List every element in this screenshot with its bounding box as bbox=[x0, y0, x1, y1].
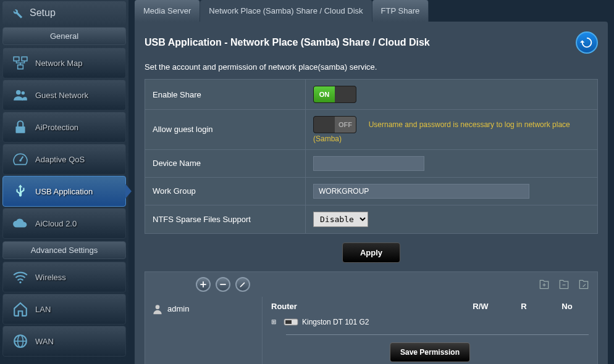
device-name-input[interactable] bbox=[313, 156, 424, 171]
nav-label: USB Application bbox=[35, 187, 93, 196]
page-description: Set the account and permission of networ… bbox=[145, 62, 598, 72]
user-permission-panel: admin Router R/W R No ⊞ bbox=[145, 271, 598, 364]
gauge-icon bbox=[12, 151, 29, 168]
svg-rect-0 bbox=[14, 57, 19, 61]
tab-bar: Media Server Network Place (Samba) Share… bbox=[135, 0, 608, 22]
svg-point-8 bbox=[19, 281, 21, 283]
user-toolbar bbox=[145, 272, 597, 297]
sidebar-item-usb-application[interactable]: USB Application bbox=[2, 176, 126, 207]
user-item-admin[interactable]: admin bbox=[151, 303, 256, 315]
sidebar-item-aiprotection[interactable]: AiProtection bbox=[2, 112, 126, 143]
advanced-section-header: Advanced Settings bbox=[2, 241, 126, 259]
work-group-label: Work Group bbox=[145, 177, 306, 205]
nav-label: Adaptive QoS bbox=[35, 155, 85, 164]
folder-minus-icon bbox=[558, 278, 570, 291]
guest-network-icon bbox=[12, 86, 29, 104]
minus-icon bbox=[219, 280, 227, 289]
ntfs-sparse-select[interactable]: Disable bbox=[313, 212, 368, 227]
remove-user-button[interactable] bbox=[216, 277, 230, 292]
svg-point-3 bbox=[16, 90, 21, 95]
allow-guest-toggle[interactable]: OFF bbox=[313, 116, 356, 133]
plus-icon bbox=[199, 280, 208, 289]
nav-label: Network Map bbox=[35, 59, 83, 68]
sidebar-item-network-map[interactable]: Network Map bbox=[2, 48, 126, 78]
apply-button[interactable]: Apply bbox=[342, 242, 400, 263]
main-content: Media Server Network Place (Samba) Share… bbox=[128, 0, 614, 364]
edit-user-button[interactable] bbox=[235, 277, 250, 292]
svg-rect-14 bbox=[285, 320, 292, 324]
user-icon bbox=[151, 303, 164, 315]
svg-point-4 bbox=[22, 91, 25, 94]
pencil-icon bbox=[238, 280, 247, 289]
user-name: admin bbox=[167, 304, 189, 313]
enable-share-toggle[interactable]: ON bbox=[313, 86, 356, 103]
home-icon bbox=[12, 300, 29, 318]
sidebar-item-aicloud[interactable]: AiCloud 2.0 bbox=[2, 208, 126, 239]
ntfs-sparse-label: NTFS Sparse Files Support bbox=[145, 205, 306, 233]
svg-point-12 bbox=[156, 305, 160, 309]
divider bbox=[286, 334, 589, 335]
add-user-button[interactable] bbox=[196, 277, 211, 292]
device-name-label: Device Name bbox=[145, 149, 306, 177]
svg-point-7 bbox=[19, 160, 21, 162]
folder-panel: Router R/W R No ⊞ Kingston DT 101 G2 Sav… bbox=[263, 297, 597, 364]
nav-label: AiCloud 2.0 bbox=[35, 219, 77, 228]
folder-table-header: Router R/W R No bbox=[271, 302, 589, 315]
user-list: admin bbox=[145, 297, 263, 364]
folder-edit-icon bbox=[578, 278, 590, 291]
work-group-input[interactable] bbox=[313, 184, 529, 199]
tab-media-server[interactable]: Media Server bbox=[135, 0, 200, 22]
nav-label: AiProtection bbox=[35, 123, 78, 132]
add-folder-button[interactable] bbox=[538, 278, 550, 291]
save-permission-button[interactable]: Save Permission bbox=[390, 342, 470, 362]
col-r: R bbox=[502, 302, 545, 311]
page-title: USB Application - Network Place (Samba) … bbox=[145, 37, 430, 48]
general-section-header: General bbox=[2, 27, 126, 45]
remove-folder-button[interactable] bbox=[558, 278, 570, 291]
edit-folder-button[interactable] bbox=[578, 278, 590, 291]
wifi-icon bbox=[12, 268, 29, 286]
setup-label: Setup bbox=[30, 7, 56, 19]
sidebar: Setup General Network Map Guest Network … bbox=[0, 0, 128, 364]
col-no: No bbox=[545, 302, 589, 311]
tab-samba-share[interactable]: Network Place (Samba) Share / Cloud Disk bbox=[200, 0, 372, 22]
nav-label: LAN bbox=[35, 305, 51, 314]
content-panel: USB Application - Network Place (Samba) … bbox=[135, 22, 608, 364]
nav-label: Wireless bbox=[35, 273, 66, 282]
nav-label: Guest Network bbox=[35, 91, 88, 100]
sidebar-item-adaptive-qos[interactable]: Adaptive QoS bbox=[2, 144, 126, 175]
svg-rect-5 bbox=[15, 126, 25, 133]
cloud-icon bbox=[12, 215, 29, 232]
expand-icon[interactable]: ⊞ bbox=[271, 318, 280, 325]
tab-ftp-share[interactable]: FTP Share bbox=[372, 0, 429, 22]
sidebar-item-setup[interactable]: Setup bbox=[2, 1, 126, 25]
col-rw: R/W bbox=[459, 302, 502, 311]
disk-icon bbox=[284, 317, 298, 327]
folder-plus-icon bbox=[538, 278, 550, 291]
folder-name: Kingston DT 101 G2 bbox=[302, 318, 369, 326]
svg-rect-2 bbox=[18, 65, 23, 69]
enable-share-label: Enable Share bbox=[145, 80, 306, 110]
back-button[interactable] bbox=[576, 31, 598, 54]
svg-rect-1 bbox=[22, 57, 27, 61]
sidebar-item-wan[interactable]: WAN bbox=[2, 326, 126, 357]
globe-icon bbox=[12, 333, 29, 350]
settings-table: Enable Share ON Allow guest login OFF Us… bbox=[145, 79, 598, 234]
sidebar-item-lan[interactable]: LAN bbox=[2, 294, 126, 325]
sidebar-item-guest-network[interactable]: Guest Network bbox=[2, 80, 126, 110]
back-arrow-icon bbox=[580, 36, 594, 49]
usb-icon bbox=[12, 183, 29, 200]
network-map-icon bbox=[12, 54, 29, 72]
lock-icon bbox=[12, 118, 29, 136]
sidebar-item-wireless[interactable]: Wireless bbox=[2, 262, 126, 292]
nav-label: WAN bbox=[35, 337, 54, 346]
folder-row[interactable]: ⊞ Kingston DT 101 G2 bbox=[271, 315, 589, 329]
wrench-icon bbox=[10, 6, 23, 20]
allow-guest-label: Allow guest login bbox=[145, 110, 306, 150]
col-router: Router bbox=[271, 302, 459, 311]
